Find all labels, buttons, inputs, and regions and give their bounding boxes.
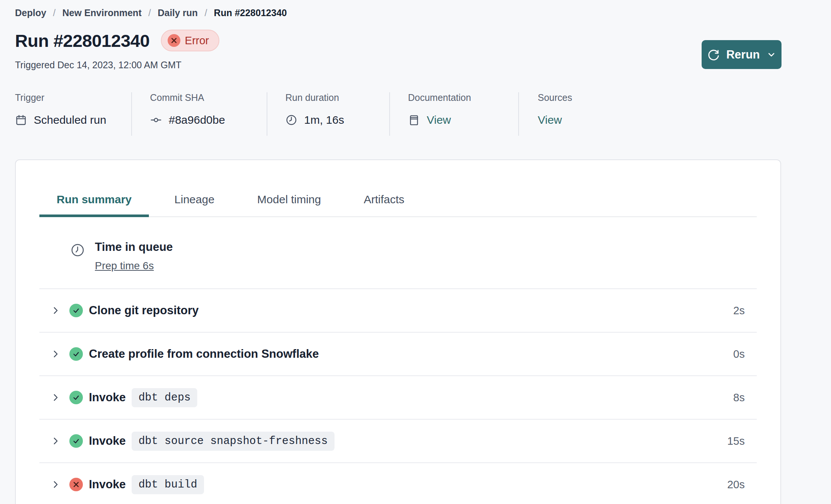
git-commit-icon [150,114,162,126]
command-code-badge: dbt deps [132,388,197,407]
step-label: Invoke [89,434,126,448]
command-code-badge: dbt build [132,475,204,494]
meta-trigger-label: Trigger [15,92,131,103]
sources-view-link[interactable]: View [538,114,562,126]
queue-title: Time in queue [95,240,173,254]
step-row-create-profile[interactable]: Create profile from connection Snowflake… [39,333,757,376]
tab-run-summary[interactable]: Run summary [39,193,149,216]
meta-documentation-label: Documentation [408,92,518,103]
chevron-right-icon[interactable] [51,349,60,359]
rerun-icon [707,48,720,61]
step-row-clone-git[interactable]: Clone git repository 2s [39,289,757,333]
meta-trigger: Trigger Scheduled run [15,92,132,136]
step-duration: 0s [733,348,745,360]
clock-icon [285,114,297,126]
step-duration: 15s [727,435,745,447]
chevron-right-icon[interactable] [51,306,60,315]
meta-duration-label: Run duration [285,92,389,103]
meta-trigger-value: Scheduled run [34,114,106,126]
error-x-icon [168,34,180,47]
success-check-icon [69,391,83,404]
breadcrumb-environment[interactable]: New Environment [62,8,141,18]
step-row-dbt-build[interactable]: Invoke dbt build 20s [39,463,757,504]
rerun-button[interactable]: Rerun [702,40,782,69]
success-check-icon [69,434,83,448]
meta-duration-value: 1m, 16s [304,114,344,126]
tab-model-timing[interactable]: Model timing [240,193,338,216]
meta-commit-label: Commit SHA [150,92,267,103]
time-in-queue-section: Time in queue Prep time 6s [39,217,757,289]
run-meta-row: Trigger Scheduled run Commit SHA #8a96d0… [15,92,831,136]
breadcrumb-deploy[interactable]: Deploy [15,8,46,18]
clock-icon [70,243,85,258]
step-row-source-freshness[interactable]: Invoke dbt source snapshot-freshness 15s [39,420,757,463]
tab-lineage[interactable]: Lineage [157,193,232,216]
documentation-view-link[interactable]: View [427,114,451,126]
step-label: Clone git repository [89,304,199,317]
meta-commit-value: #8a96d0be [169,114,225,126]
chevron-right-icon[interactable] [51,393,60,402]
breadcrumb-job[interactable]: Daily run [158,8,198,18]
status-badge-label: Error [185,34,209,47]
breadcrumb-separator: / [204,8,207,18]
chevron-right-icon[interactable] [51,436,60,446]
error-x-icon [69,478,83,491]
page-title: Run #228012340 [15,30,150,51]
success-check-icon [69,347,83,361]
rerun-button-label: Rerun [726,48,760,62]
chevron-down-icon [766,50,776,60]
calendar-icon [15,114,27,126]
success-check-icon [69,304,83,317]
run-detail-page: Deploy / New Environment / Daily run / R… [0,0,831,504]
command-code-badge: dbt source snapshot-freshness [132,432,334,451]
meta-sources: Sources View [519,92,572,136]
tab-artifacts[interactable]: Artifacts [346,193,422,216]
breadcrumb-separator: / [148,8,151,18]
status-badge: Error [161,30,219,51]
meta-run-duration: Run duration 1m, 16s [267,92,390,136]
meta-documentation: Documentation View [390,92,519,136]
step-duration: 8s [733,392,745,404]
chevron-right-icon[interactable] [51,480,60,489]
meta-commit-sha: Commit SHA #8a96d0be [132,92,267,136]
tab-bar: Run summary Lineage Model timing Artifac… [39,193,757,217]
breadcrumb: Deploy / New Environment / Daily run / R… [0,0,831,18]
step-label: Create profile from connection Snowflake [89,347,319,361]
prep-time-link[interactable]: Prep time 6s [95,260,154,272]
breadcrumb-current-run: Run #228012340 [214,8,287,18]
step-duration: 20s [727,478,745,491]
step-duration: 2s [733,304,745,317]
meta-sources-label: Sources [538,92,572,103]
book-icon [408,114,420,126]
run-summary-card: Run summary Lineage Model timing Artifac… [15,159,781,504]
step-label: Invoke [89,391,126,404]
step-row-dbt-deps[interactable]: Invoke dbt deps 8s [39,376,757,420]
step-label: Invoke [89,478,126,491]
breadcrumb-separator: / [53,8,56,18]
